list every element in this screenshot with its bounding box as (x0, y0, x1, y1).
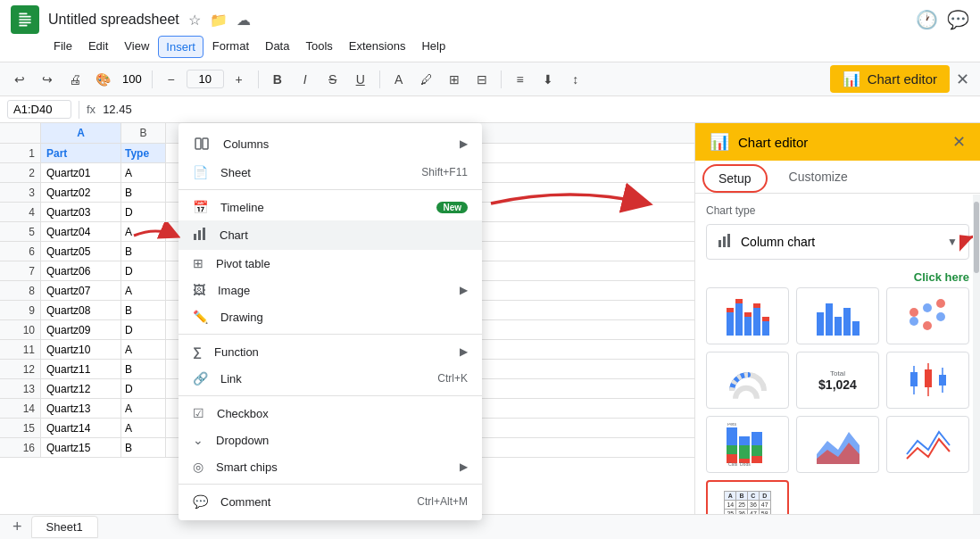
cell-a[interactable]: Quartz04 (41, 222, 121, 241)
menu-item-checkbox[interactable]: ☑ Checkbox (179, 400, 482, 427)
cell-b[interactable]: A (121, 340, 166, 359)
cell-a[interactable]: Quartz01 (41, 163, 121, 182)
menu-format[interactable]: Format (205, 36, 256, 58)
menu-item-pivot[interactable]: ⊞ Pivot table (179, 250, 482, 277)
strikethrough-button[interactable]: S (320, 67, 345, 92)
cell-a[interactable]: Quartz09 (41, 320, 121, 339)
bold-button[interactable]: B (265, 67, 290, 92)
cell-a[interactable]: Quartz13 (41, 399, 121, 418)
panel-scrollbar[interactable] (973, 195, 980, 530)
cell-b[interactable]: D (121, 379, 166, 398)
cell-a[interactable]: Quartz10 (41, 340, 121, 359)
cell-b[interactable]: A (121, 399, 166, 418)
cell-a[interactable]: Part (41, 144, 121, 162)
valign-button[interactable]: ⬇ (536, 67, 561, 92)
chart-thumb-bar2[interactable] (796, 287, 879, 344)
menu-extensions[interactable]: Extensions (342, 36, 413, 58)
cell-b[interactable]: B (121, 301, 166, 319)
cell-b[interactable]: Type (121, 144, 166, 162)
align-button[interactable]: ≡ (508, 67, 533, 92)
cell-b[interactable]: D (121, 203, 166, 221)
tab-setup[interactable]: Setup (702, 164, 768, 193)
cell-a[interactable]: Quartz15 (41, 438, 121, 457)
close-chart-editor-button[interactable]: ✕ (952, 66, 973, 93)
menu-item-sheet[interactable]: 📄 Sheet Shift+F11 (179, 159, 482, 186)
menu-help[interactable]: Help (414, 36, 453, 58)
menu-item-comment[interactable]: 💬 Comment Ctrl+Alt+M (179, 488, 482, 515)
close-chart-editor-panel-button[interactable]: ✕ (952, 132, 966, 152)
paint-format-button[interactable]: 🎨 (90, 67, 116, 92)
menu-tools[interactable]: Tools (298, 36, 339, 58)
folder-icon[interactable]: 📁 (210, 12, 228, 29)
menu-edit[interactable]: Edit (81, 36, 115, 58)
cell-b[interactable]: A (121, 281, 166, 300)
menu-item-drawing[interactable]: ✏️ Drawing (179, 303, 482, 330)
chart-thumb-line[interactable] (886, 416, 969, 473)
print-button[interactable]: 🖨 (62, 67, 87, 92)
col-header-b[interactable]: B (121, 123, 166, 143)
cell-b[interactable]: B (121, 360, 166, 378)
menu-data[interactable]: Data (258, 36, 296, 58)
menu-item-smartchips[interactable]: ◎ Smart chips ▶ (179, 453, 482, 480)
comment-icon[interactable]: 💬 (947, 9, 969, 30)
font-size-box[interactable]: 10 (187, 70, 224, 88)
font-color-button[interactable]: A (386, 67, 411, 92)
col-header-a[interactable]: A (41, 123, 121, 143)
comment-shortcut: Ctrl+Alt+M (417, 495, 468, 508)
menu-item-timeline[interactable]: 📅 Timeline New (179, 194, 482, 220)
sheet-tab-sheet1[interactable]: Sheet1 (31, 516, 98, 538)
cell-b[interactable]: B (121, 438, 166, 457)
menu-insert[interactable]: Insert (158, 36, 203, 58)
cell-a[interactable]: Quartz02 (41, 183, 121, 202)
wrap-button[interactable]: ↕ (563, 67, 588, 92)
chart-thumb-candlestick[interactable] (886, 352, 969, 409)
menu-item-dropdown[interactable]: ⌄ Dropdown (179, 427, 482, 453)
cell-b[interactable]: B (121, 183, 166, 202)
chart-type-dropdown[interactable]: Column chart ▼ (706, 224, 969, 260)
minus-button[interactable]: − (159, 67, 184, 92)
borders-button[interactable]: ⊞ (442, 67, 467, 92)
star-icon[interactable]: ☆ (188, 12, 201, 29)
panel-scrollbar-thumb[interactable] (974, 202, 979, 273)
fill-color-button[interactable]: 🖊 (414, 67, 439, 92)
cell-reference[interactable] (7, 100, 71, 119)
add-sheet-button[interactable]: + (7, 516, 28, 538)
chart-thumb-table-cats[interactable]: Cats Dogs Pets (706, 416, 789, 473)
chart-thumb-scatter[interactable] (886, 287, 969, 344)
plus-button[interactable]: + (227, 67, 252, 92)
cell-a[interactable]: Quartz14 (41, 419, 121, 437)
chart-thumb-area[interactable] (796, 416, 879, 473)
cell-b[interactable]: D (121, 320, 166, 339)
cell-a[interactable]: Quartz11 (41, 360, 121, 378)
cell-b[interactable]: D (121, 261, 166, 280)
menu-item-function[interactable]: ∑ Function ▶ (179, 338, 482, 365)
underline-button[interactable]: U (348, 67, 373, 92)
history-icon[interactable]: 🕐 (916, 9, 938, 30)
undo-button[interactable]: ↩ (7, 67, 32, 92)
redo-button[interactable]: ↪ (35, 67, 60, 92)
menu-file[interactable]: File (46, 36, 79, 58)
cell-a[interactable]: Quartz03 (41, 203, 121, 221)
chart-thumb-gauge[interactable] (706, 352, 789, 409)
cloud-icon[interactable]: ☁ (237, 12, 251, 29)
cell-a[interactable]: Quartz12 (41, 379, 121, 398)
menu-view[interactable]: View (117, 36, 156, 58)
cell-b[interactable]: A (121, 163, 166, 182)
tab-customize[interactable]: Customize (775, 164, 862, 193)
chart-thumb-scorecard[interactable]: Total $1,024 (796, 352, 879, 409)
menu-item-chart[interactable]: Chart (179, 220, 482, 250)
cell-a[interactable]: Quartz08 (41, 301, 121, 319)
menu-item-link[interactable]: 🔗 Link Ctrl+K (179, 365, 482, 392)
cell-a[interactable]: Quartz06 (41, 261, 121, 280)
cell-a[interactable]: Quartz07 (41, 281, 121, 300)
row-number: 14 (0, 399, 41, 418)
italic-button[interactable]: I (293, 67, 318, 92)
merge-button[interactable]: ⊟ (469, 67, 494, 92)
menu-item-columns[interactable]: Columns ▶ (179, 129, 482, 159)
toolbar: ↩ ↪ 🖨 🎨 100 − 10 + B I S U A 🖊 ⊞ ⊟ ≡ ⬇ ↕… (0, 62, 980, 96)
chart-thumb-bar1[interactable] (706, 287, 789, 344)
cell-b[interactable]: A (121, 419, 166, 437)
menu-item-image[interactable]: 🖼 Image ▶ (179, 277, 482, 303)
cell-a[interactable]: Quartz05 (41, 242, 121, 261)
menu-bar: File Edit View Insert Format Data Tools … (0, 36, 980, 62)
